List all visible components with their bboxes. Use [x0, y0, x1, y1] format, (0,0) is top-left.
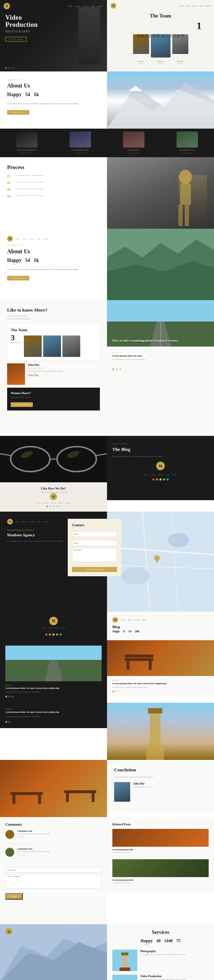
- dfrnav-home[interactable]: Home: [121, 619, 125, 621]
- dark-footer-right: M Home About Services Blog Blog Single 0…: [107, 612, 214, 640]
- hero-logo[interactable]: M: [3, 3, 10, 9]
- map-background: [107, 512, 214, 612]
- nav-home[interactable]: Home: [68, 5, 73, 7]
- nav-blog[interactable]: Blog: [91, 5, 95, 7]
- cdot-orange[interactable]: [156, 478, 158, 480]
- wanna-share-btn[interactable]: LEARN MORE: [11, 402, 33, 407]
- tnav-home[interactable]: Home: [179, 5, 184, 7]
- a2-nav-about[interactable]: About: [22, 238, 27, 240]
- dot-1[interactable]: [5, 67, 7, 68]
- team-card: The Team 3 Creative People: [7, 324, 100, 361]
- fnav-about[interactable]: About: [44, 502, 48, 504]
- dot-4[interactable]: [13, 67, 14, 68]
- process-step-4: 04 Lorem ipsum dolor sit amet consectetu…: [7, 194, 100, 198]
- contact-name-input[interactable]: [72, 531, 117, 537]
- a2-nav-home[interactable]: Home: [16, 238, 20, 240]
- comment-text-input[interactable]: [5, 874, 101, 889]
- bp1-dot-2[interactable]: [9, 695, 10, 697]
- cnav-contact[interactable]: Contact: [43, 521, 48, 523]
- dark-footer-left: M Home About Services Blog: [0, 612, 107, 640]
- fdot-4[interactable]: [56, 506, 58, 508]
- know-more-title: Like to know More?: [7, 307, 100, 313]
- nav-about[interactable]: About: [75, 5, 80, 7]
- tnav-contact[interactable]: Contact: [205, 5, 211, 7]
- dot-3[interactable]: [10, 67, 12, 68]
- dnav-contact[interactable]: Contact: [172, 474, 177, 476]
- fcdot-blue[interactable]: [60, 633, 62, 636]
- fdot-5[interactable]: [59, 506, 61, 508]
- fdot-2[interactable]: [49, 506, 51, 508]
- related-post-1: Lorem ipsum post title Lorem ipsum dolor…: [113, 829, 209, 856]
- dfnav-services[interactable]: Services: [54, 627, 60, 629]
- dnav-blog[interactable]: Blog: [166, 474, 169, 476]
- mountain-image: [107, 72, 214, 129]
- cdot-green[interactable]: [163, 478, 165, 480]
- row-10: John Doe Lorem ipsum dolor sit amet cons…: [0, 640, 214, 703]
- contact-submit-btn[interactable]: SEND MESSAGE: [72, 567, 117, 572]
- hero-cta-button[interactable]: LEARN MORE: [5, 37, 27, 41]
- fnav-services[interactable]: Services: [51, 502, 56, 504]
- nav-contact[interactable]: Contact: [97, 5, 103, 7]
- cnav-services[interactable]: Services: [29, 521, 35, 523]
- dfrnav-about[interactable]: About: [127, 619, 132, 621]
- cnav-about[interactable]: About: [22, 521, 27, 523]
- comment-submit-btn[interactable]: SUBMIT: [5, 893, 23, 900]
- bp2-dot-2[interactable]: [9, 721, 10, 723]
- svg-rect-45: [38, 795, 41, 804]
- contact-message-input[interactable]: [72, 548, 117, 562]
- blc1-dot3[interactable]: [119, 690, 120, 692]
- contact-email-input[interactable]: [72, 540, 117, 546]
- fcdot-red[interactable]: [45, 633, 48, 636]
- row-13: Comments Commenter One Lorem ipsum dolor…: [0, 817, 214, 924]
- tnav-services[interactable]: Services: [192, 5, 198, 7]
- bp1-dot-3[interactable]: [12, 695, 14, 697]
- fcdot-orange[interactable]: [49, 633, 51, 636]
- a2-nav-blog[interactable]: Blog: [37, 238, 41, 240]
- blc1-dot1[interactable]: [113, 690, 114, 692]
- dfrnav-services[interactable]: Services: [134, 619, 140, 621]
- about2-learn-more-btn[interactable]: LEARN MORE: [7, 276, 29, 280]
- fnav-home[interactable]: Home: [37, 502, 41, 504]
- fdot-3[interactable]: [53, 506, 55, 508]
- dfnav-about[interactable]: About: [48, 627, 52, 629]
- row-4: Process 01 Lorem ipsum dolor sit amet co…: [0, 157, 214, 229]
- blc1-dot2[interactable]: [116, 690, 117, 692]
- cdot-yellow[interactable]: [159, 478, 162, 480]
- mountain2-image: [107, 229, 214, 300]
- fnav-contact[interactable]: Contact: [65, 502, 70, 504]
- process-title: Process: [7, 164, 100, 170]
- cnav-blog[interactable]: Blog: [37, 521, 41, 523]
- dfrnav-blog[interactable]: Blog: [142, 619, 146, 621]
- dnav-home[interactable]: Home: [144, 474, 148, 476]
- dfnav-blog[interactable]: Blog: [62, 627, 65, 629]
- comment-1: Commenter One Lorem ipsum dolor sit amet…: [5, 830, 101, 843]
- comments-section: Comments Commenter One Lorem ipsum dolor…: [0, 817, 107, 924]
- dnav-services[interactable]: Services: [158, 474, 163, 476]
- fdot-1[interactable]: [46, 506, 48, 508]
- comment-name-input[interactable]: [5, 867, 101, 873]
- blog-page-3[interactable]: [119, 368, 121, 370]
- cdot-red[interactable]: [152, 478, 154, 480]
- a2-nav-services[interactable]: Services: [29, 238, 35, 240]
- tnav-blog[interactable]: Blog: [200, 5, 203, 7]
- about-learn-more-btn[interactable]: LEARN MORE: [7, 110, 29, 115]
- dot-2[interactable]: [8, 67, 9, 68]
- bp1-dot-1[interactable]: [5, 695, 7, 697]
- dnav-about[interactable]: About: [151, 474, 155, 476]
- service-marketing: Marketing Lorem ipsum dolor: [160, 130, 214, 156]
- a2-nav-contact[interactable]: Contact: [43, 238, 48, 240]
- blog-mini-date: JUNE 12: [113, 352, 209, 354]
- tnav-about[interactable]: About: [185, 5, 190, 7]
- dfnav-home[interactable]: Home: [42, 627, 46, 629]
- team-name-3: John Doe Developer: [171, 60, 189, 64]
- fcdot-yellow[interactable]: [52, 633, 55, 636]
- bp2-dot-1[interactable]: [5, 721, 7, 723]
- fcdot-green[interactable]: [56, 633, 58, 636]
- nav-services[interactable]: Services: [82, 5, 89, 7]
- cdot-blue[interactable]: [166, 478, 169, 480]
- blog-page-2[interactable]: [116, 368, 118, 370]
- blog-page-1[interactable]: [113, 368, 114, 370]
- fnav-blog[interactable]: Blog: [59, 502, 62, 504]
- dfr-stat-single: Single: [113, 630, 120, 633]
- cnav-home[interactable]: Home: [16, 521, 20, 523]
